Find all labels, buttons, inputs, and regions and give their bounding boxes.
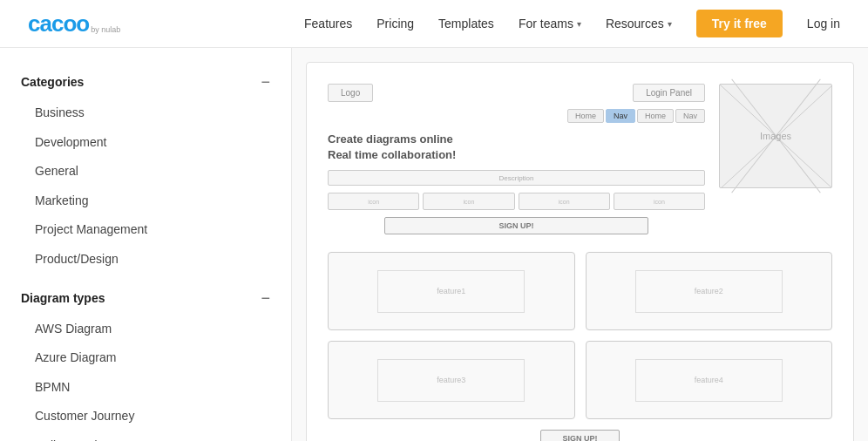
chevron-down-icon: ▾: [577, 19, 581, 29]
wf-nav-active: Nav: [606, 109, 635, 123]
wf-feature-1-label: feature1: [437, 287, 465, 295]
main-content: Logo Login Panel Home Nav Home Nav Creat…: [292, 48, 868, 441]
wf-feature-4-label: feature4: [695, 376, 723, 384]
sidebar: Categories − Business Development Genera…: [0, 48, 292, 441]
wf-login-panel: Login Panel: [633, 84, 705, 102]
diagram-types-header[interactable]: Diagram types −: [0, 285, 291, 311]
wf-signup-button: SIGN UP!: [384, 217, 648, 234]
diagram-types-toggle[interactable]: −: [261, 290, 270, 306]
wf-feature-2-inner: feature2: [635, 270, 783, 312]
wf-image-placeholder: Images: [719, 84, 832, 188]
categories-list: Business Development General Marketing P…: [0, 95, 291, 278]
sidebar-item-aws-diagram[interactable]: AWS Diagram: [0, 315, 291, 344]
categories-title: Categories: [21, 75, 84, 89]
diagram-types-title: Diagram types: [21, 291, 105, 305]
wf-nav-home2: Home: [637, 109, 674, 123]
main-nav: Features Pricing Templates For teams ▾ R…: [304, 10, 840, 37]
categories-toggle[interactable]: −: [261, 74, 270, 90]
sidebar-item-development[interactable]: Development: [0, 128, 291, 158]
wf-image-label: Images: [760, 131, 791, 141]
header: cacoo by nulab Features Pricing Template…: [0, 0, 868, 48]
nav-features[interactable]: Features: [304, 17, 352, 31]
wf-icon-row: icon icon icon icon: [328, 193, 705, 210]
wf-nav-row: Home Nav Home Nav: [328, 109, 705, 123]
wf-bottom-signup: SIGN UP!: [328, 430, 832, 441]
wf-icon-4: icon: [614, 193, 705, 210]
sidebar-item-azure-diagram[interactable]: Azure Diagram: [0, 343, 291, 373]
wf-icon-3: icon: [519, 193, 610, 210]
wf-icon-1: icon: [328, 193, 419, 210]
sidebar-item-general[interactable]: General: [0, 157, 291, 187]
wf-feature-4: feature4: [586, 341, 833, 419]
wf-header-row: Logo Login Panel: [328, 84, 705, 102]
wireframe-top-section: Logo Login Panel Home Nav Home Nav Creat…: [328, 84, 832, 234]
logo-text: cacoo: [28, 10, 89, 37]
wf-description-text: Description: [498, 174, 533, 182]
nav-templates[interactable]: Templates: [438, 17, 494, 31]
wf-nav-home: Home: [567, 109, 604, 123]
categories-header[interactable]: Categories −: [0, 69, 291, 95]
wireframe-left: Logo Login Panel Home Nav Home Nav Creat…: [328, 84, 705, 234]
sidebar-item-customer-journey[interactable]: Customer Journey: [0, 402, 291, 431]
wf-feature-3-label: feature3: [437, 376, 465, 384]
wf-nav-nav2: Nav: [675, 109, 705, 123]
wf-feature-2: feature2: [586, 252, 833, 330]
diagram-types-list: AWS Diagram Azure Diagram BPMN Customer …: [0, 311, 291, 441]
wf-feature-3-inner: feature3: [377, 359, 525, 401]
logo-sub: by nulab: [91, 25, 120, 34]
preview-container: Logo Login Panel Home Nav Home Nav Creat…: [306, 62, 854, 441]
wf-feature-2-label: feature2: [695, 287, 723, 295]
nav-resources[interactable]: Resources ▾: [606, 17, 672, 31]
categories-section: Categories − Business Development Genera…: [0, 69, 291, 278]
page-wrapper: Categories − Business Development Genera…: [0, 48, 868, 441]
diagram-types-section: Diagram types − AWS Diagram Azure Diagra…: [0, 285, 291, 441]
wf-description-box: Description: [328, 170, 705, 186]
logo-area: cacoo by nulab: [28, 10, 120, 37]
sidebar-item-marketing[interactable]: Marketing: [0, 187, 291, 216]
wf-feature-1: feature1: [328, 252, 575, 330]
sidebar-item-daily-standup[interactable]: Daily Standup: [0, 431, 291, 441]
wf-headline: Create diagrams online Real time collabo…: [328, 132, 705, 163]
nav-for-teams[interactable]: For teams ▾: [519, 17, 581, 31]
chevron-down-icon: ▾: [668, 19, 672, 29]
wf-feature-1-inner: feature1: [377, 270, 525, 312]
sidebar-item-project-management[interactable]: Project Management: [0, 215, 291, 245]
nav-pricing[interactable]: Pricing: [376, 17, 414, 31]
try-it-free-button[interactable]: Try it free: [696, 10, 783, 37]
wf-bottom-signup-button: SIGN UP!: [540, 430, 619, 441]
wf-feature-grid: feature1 feature2 feature3 feature4: [328, 252, 832, 419]
sidebar-item-bpmn[interactable]: BPMN: [0, 373, 291, 403]
wf-feature-3: feature3: [328, 341, 575, 419]
sidebar-item-business[interactable]: Business: [0, 98, 291, 128]
wf-icon-2: icon: [423, 193, 514, 210]
wf-feature-4-inner: feature4: [635, 359, 783, 401]
login-button[interactable]: Log in: [807, 17, 840, 31]
wf-logo-box: Logo: [328, 84, 373, 102]
sidebar-item-product-design[interactable]: Product/Design: [0, 245, 291, 275]
